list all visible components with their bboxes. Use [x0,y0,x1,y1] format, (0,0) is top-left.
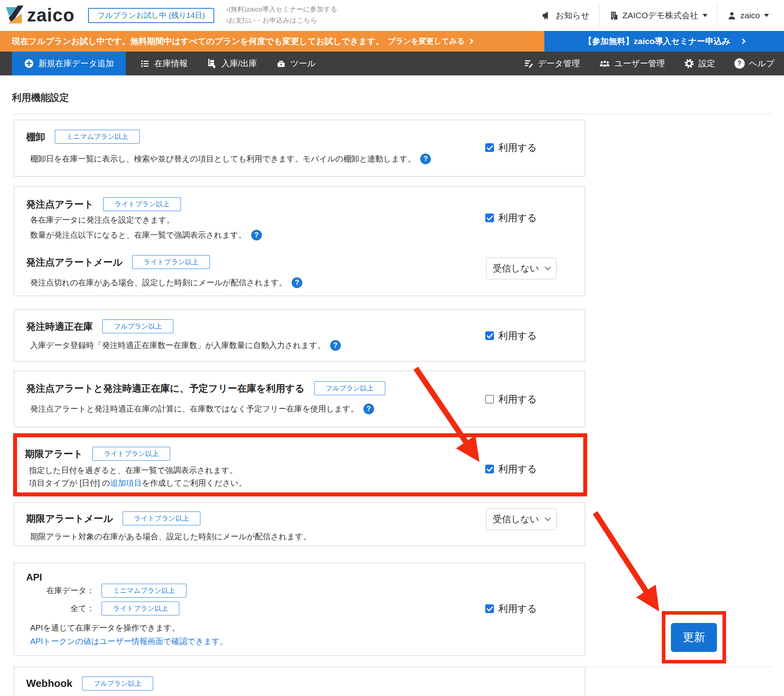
plan-badge: フルプラン以上 [82,677,153,690]
card-title: Webhook [26,677,73,690]
company-name: ZAICOデモ株式会社 [623,10,698,21]
trial-plan-button[interactable]: フルプランお試し中 (残り14日) [88,8,214,23]
question-circle-icon[interactable] [420,154,431,164]
nav-tools[interactable]: ツール [267,52,325,75]
api-row-label: 在庫データ： [26,585,94,596]
chevron-down-icon [703,14,707,17]
users-icon [599,58,610,69]
nav-add-inventory[interactable]: 新規在庫データ追加 [12,52,126,75]
card-planned-free-stock: 発注点アラートと発注時適正在庫に、予定フリー在庫を利用する フルプラン以上 発注… [14,371,585,427]
use-label: 利用する [498,329,537,342]
checkbox-icon[interactable] [485,143,494,152]
payment-link[interactable]: ›お支払い・お申込みはこちら [226,15,337,25]
chevron-down-icon [764,14,769,17]
nav-inventory-info[interactable]: 在庫情報 [131,52,197,75]
header-links: ›(無料)zaico導入セミナーに参加する ›お支払い・お申込みはこちら [226,4,337,25]
use-checkbox-row[interactable]: 利用する [485,393,537,406]
change-plan-link[interactable]: プランを変更してみる [388,36,473,46]
banner-row: 現在フルプランお試し中です。無料期間中はすべてのプランを何度でも変更してお試しで… [0,31,784,52]
additional-item-link[interactable]: 追加項目 [110,479,142,487]
card-description: 数量が発注点以下になると、在庫一覧で強調表示されます。 [30,230,246,240]
notifications-button[interactable]: お知らせ [532,0,599,31]
checkbox-icon[interactable] [485,395,494,404]
question-circle-icon[interactable] [363,404,374,414]
seminar-banner-button[interactable]: 【参加無料】zaico導入セミナー申込み [544,31,784,52]
checkbox-icon[interactable] [485,465,494,473]
chevron-down-icon [545,264,551,271]
notifications-label: お知らせ [555,10,589,21]
card-expiry-alert-mail: 期限アラートメール ライトプラン以上 期限アラート対象の在庫がある場合、設定した… [14,502,585,546]
use-checkbox-row[interactable]: 利用する [485,141,537,154]
card-title: 発注点アラートと発注時適正在庫に、予定フリー在庫を利用する [26,382,305,395]
card-title: 棚卸 [26,131,45,143]
use-label: 利用する [498,211,537,224]
help-icon [734,58,745,69]
plan-badge: ミニマムプラン以上 [102,584,186,598]
nav-user-management[interactable]: ユーザー管理 [590,52,674,75]
card-title: API [26,572,42,583]
update-button[interactable]: 更新 [671,623,717,652]
trial-banner: 現在フルプランお試し中です。無料期間中はすべてのプランを何度でも変更してお試しで… [0,31,544,52]
zaico-settings-page: zaico フルプランお試し中 (残り14日) ›(無料)zaico導入セミナー… [0,0,784,696]
user-menu[interactable]: zaico [717,0,778,31]
card-description: 入庫データ登録時「発注時適正在庫数ー在庫数」が入庫数量に自動入力されます。 [30,340,325,351]
building-icon [609,11,619,21]
checkbox-icon[interactable] [485,331,494,340]
api-token-link[interactable]: APIトークンの値はユーザー情報画面で確認できます。 [30,636,228,647]
expiry-alert-mail-select[interactable]: 受信しない [486,508,557,530]
zaico-logo-icon [6,5,24,25]
card-description: 棚卸日を在庫一覧に表示し、検索や並び替えの項目としても利用できます。モバイルの棚… [30,154,415,164]
checkbox-icon[interactable] [485,213,494,222]
nav-in-out[interactable]: 入庫/出庫 [197,52,267,75]
plan-badge: ライトプラン以上 [92,447,170,461]
header-right: お知らせ ZAICOデモ株式会社 [532,0,778,31]
checkbox-icon[interactable] [485,604,494,613]
plan-badge: ライトプラン以上 [132,255,210,269]
question-circle-icon[interactable] [292,277,302,288]
card-description: 発注点切れの在庫がある場合、設定した時刻にメールが配信されます。 [30,277,287,288]
chevron-down-icon [545,515,551,521]
gear-icon [684,58,694,69]
seminar-banner-text: 【参加無料】zaico導入セミナー申込み [584,36,730,47]
user-name: zaico [740,11,760,20]
card-webhook: Webhook フルプラン以上 [14,667,585,696]
select-value: 受信しない [493,513,539,525]
seminar-join-link[interactable]: ›(無料)zaico導入セミナーに参加する [226,4,337,14]
plus-circle-icon [24,58,34,69]
use-label: 利用する [498,393,537,406]
question-circle-icon[interactable] [330,340,341,351]
chevron-right-icon [740,38,746,44]
card-optimal-stock: 発注時適正在庫 フルプラン以上 入庫データ登録時「発注時適正在庫数ー在庫数」が入… [14,310,585,361]
warehouse-truck-icon [207,58,217,69]
card-title: 発注点アラート [26,198,94,211]
use-label: 利用する [498,141,537,154]
nav-data-management[interactable]: データ管理 [514,52,590,75]
question-circle-icon[interactable] [251,230,262,240]
main-nav: 新規在庫データ追加 在庫情報 入庫/出庫 [0,52,784,75]
use-checkbox-row[interactable]: 利用する [485,211,537,224]
card-title: 期限アラート [25,448,83,460]
use-checkbox-row[interactable]: 利用する [485,329,537,342]
card-expiry-alert: 期限アラート ライトプラン以上 指定した日付を過ぎると、在庫一覧で強調表示されま… [13,433,587,496]
use-label: 利用する [498,463,537,475]
megaphone-icon [542,10,552,21]
company-menu[interactable]: ZAICOデモ株式会社 [600,0,717,31]
plan-badge: ミニマムプラン以上 [55,130,140,144]
use-checkbox-row[interactable]: 利用する [485,602,537,615]
card-reorder-alert: 発注点アラート ライトプラン以上 各在庫データに発注点を設定できます。 数量が発… [14,186,585,296]
zaico-logo[interactable]: zaico [6,5,75,25]
nav-help[interactable]: ヘルプ [725,52,784,75]
plan-badge: フルプラン以上 [314,381,385,395]
trial-banner-text: 現在フルプランお試し中です。無料期間中はすべてのプランを何度でも変更してお試しで… [12,36,384,47]
nav-settings[interactable]: 設定 [674,52,725,75]
card-title: 発注時適正在庫 [26,320,93,333]
use-checkbox-row[interactable]: 利用する [485,463,537,475]
card-description: APIを通じて在庫データを操作できます。 [30,623,180,633]
page-title: 利用機能設定 [12,91,69,104]
user-icon [727,11,737,21]
use-label: 利用する [498,602,537,615]
card-description: 発注点アラートと発注時適正在庫の計算に、在庫数ではなく予定フリー在庫を使用します… [30,404,359,414]
toolbox-icon [276,59,286,69]
card-inventory-count: 棚卸 ミニマムプラン以上 棚卸日を在庫一覧に表示し、検索や並び替えの項目としても… [14,120,585,177]
reorder-alert-mail-select[interactable]: 受信しない [486,258,557,279]
